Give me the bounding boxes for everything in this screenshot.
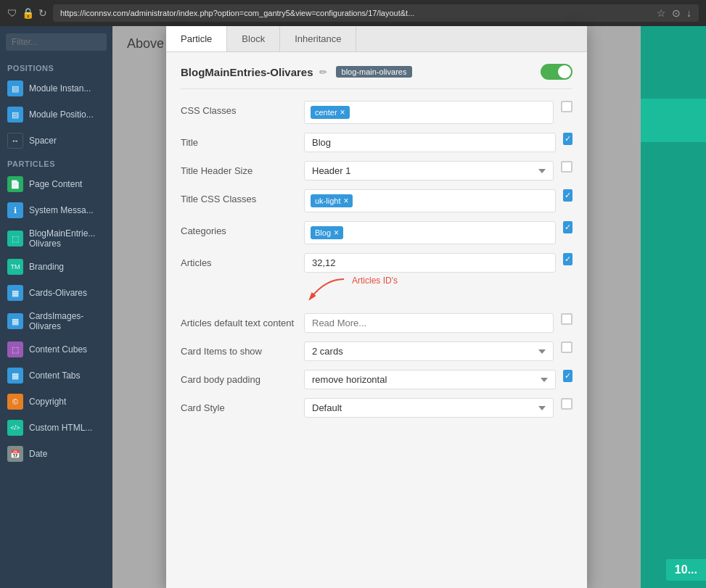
blogmain-icon: ⬚ [7,231,23,247]
card-body-padding-select[interactable]: remove horizontal remove vertical remove… [304,370,556,389]
checkbox-card-padding[interactable]: ✓ [563,370,572,382]
shield-icon: 🛡 [7,7,17,19]
field-card-body-padding: Card body padding remove horizontal remo… [181,370,572,389]
sidebar-item-label: Branding [29,262,64,272]
right-panel: 10... [641,26,706,588]
toggle-switch[interactable] [541,64,572,80]
date-icon: 📅 [7,446,23,462]
checkbox-card-items[interactable] [561,341,572,353]
sidebar-item-label: Custom HTML... [29,423,92,433]
title-input[interactable] [304,133,556,152]
checkbox-title-css[interactable]: ✓ [563,189,572,202]
tag-label: uk-light [315,196,340,205]
sidebar-search-container [0,26,112,58]
title-header-size-select[interactable]: Header 1 Header 2 Header 3 Header 4 [304,161,554,181]
sidebar-item-content-cubes[interactable]: ⬚ Content Cubes [0,336,112,363]
articles-default-text-wrap [304,313,554,333]
content-tabs-icon: ▦ [7,368,23,384]
sidebar-item-module-instance[interactable]: ▤ Module Instan... [0,75,112,102]
url-text: https://iconnsv.com/administrator/index.… [60,9,414,17]
component-slug: blog-main-olivares [336,66,413,78]
sidebar-item-label: Page Content [29,179,82,189]
checkbox-css-classes[interactable] [561,101,572,112]
sidebar-item-label: Spacer [29,136,57,146]
sidebar-item-label: Cards-Olivares [29,288,87,298]
card-style-wrap: Default Primary Secondary [304,398,554,418]
system-message-icon: ℹ [7,202,23,218]
component-header: BlogMainEntries-Olivares ✏ blog-main-oli… [181,64,572,89]
categories-tag-input[interactable]: Blog × [304,221,556,244]
sidebar-item-custom-html[interactable]: </> Custom HTML... [0,415,112,441]
module-instance-icon: ▤ [7,80,23,96]
label-css-classes: CSS Classes [181,101,297,116]
pocket-icon[interactable]: ⊙ [672,7,681,19]
tab-particle[interactable]: Particle [166,26,227,51]
checkbox-title-header[interactable] [561,161,572,173]
custom-html-icon: </> [7,420,23,436]
checkbox-card-style[interactable] [561,398,572,410]
checkbox-title[interactable]: ✓ [563,133,572,145]
sidebar-item-system-message[interactable]: ℹ System Messa... [0,197,112,223]
field-card-items-to-show: Card Items to show 2 cards 3 cards 4 car… [181,341,572,361]
checkbox-articles[interactable]: ✓ [563,253,572,265]
sidebar-item-content-tabs[interactable]: ▦ Content Tabs [0,363,112,389]
particles-section-title: Particles [0,154,112,171]
bookmark-icon[interactable]: ☆ [657,7,666,19]
articles-input[interactable] [304,253,556,273]
title-css-classes-wrap: uk-light × [304,189,556,212]
spacer-icon: ↔ [7,133,23,149]
card-items-wrap: 2 cards 3 cards 4 cards [304,341,554,361]
sidebar-item-blogmainentries[interactable]: ⬚ BlogMainEntrie... Olivares [0,223,112,254]
sidebar-item-branding[interactable]: TM Branding [0,254,112,280]
field-title-header-size: Title Header Size Header 1 Header 2 Head… [181,161,572,181]
sidebar-item-page-content[interactable]: 📄 Page Content [0,171,112,197]
css-classes-tag-input[interactable]: center × [304,101,554,124]
sidebar-item-label: Module Instan... [29,83,91,94]
label-title-css-classes: Title CSS Classes [181,189,297,204]
label-card-style: Card Style [181,398,297,413]
modal-body: BlogMainEntries-Olivares ✏ blog-main-oli… [166,52,587,588]
edit-icon[interactable]: ✏ [319,67,327,78]
download-icon[interactable]: ↓ [686,7,691,19]
modal-tabs: Particle Block Inheritance [166,26,587,52]
articles-default-text-input[interactable] [304,313,554,333]
tab-inheritance[interactable]: Inheritance [280,26,356,51]
content-cubes-icon: ⬚ [7,341,23,357]
label-card-items: Card Items to show [181,341,297,357]
field-title-css-classes: Title CSS Classes uk-light × ✓ [181,189,572,212]
arrow-annotation: Articles ID's [304,276,556,305]
cardsimages-icon: ▦ [7,313,23,329]
field-css-classes: CSS Classes center × [181,101,572,124]
tab-block[interactable]: Block [227,26,280,51]
field-card-style: Card Style Default Primary Secondary [181,398,572,418]
card-items-select[interactable]: 2 cards 3 cards 4 cards [304,341,554,361]
categories-wrap: Blog × [304,221,556,244]
browser-bar: 🛡 🔒 ↻ https://iconnsv.com/administrator/… [0,0,706,26]
sidebar-item-spacer[interactable]: ↔ Spacer [0,128,112,154]
branding-icon: TM [7,259,23,275]
card-style-select[interactable]: Default Primary Secondary [304,398,554,418]
label-categories: Categories [181,221,297,236]
sidebar-item-copyright[interactable]: © Copyright [0,389,112,415]
search-input[interactable] [6,33,107,51]
checkbox-articles-default[interactable] [561,313,572,325]
tag-remove-center[interactable]: × [340,107,345,117]
modal-overlay: Particle Block Inheritance BlogMainEntri… [112,26,641,588]
bottom-badge: 10... [666,559,706,581]
page-content-icon: 📄 [7,176,23,192]
refresh-icon[interactable]: ↻ [38,7,47,19]
sidebar-item-cardsimages[interactable]: ▦ CardsImages-Olivares [0,306,112,336]
url-bar[interactable]: https://iconnsv.com/administrator/index.… [53,4,699,22]
checkbox-categories[interactable]: ✓ [563,221,572,233]
field-articles: Articles [181,253,572,305]
sidebar-item-date[interactable]: 📅 Date [0,441,112,467]
title-css-classes-tag-input[interactable]: uk-light × [304,189,556,212]
tag-remove-uk-light[interactable]: × [343,196,348,206]
tag-remove-blog[interactable]: × [334,228,339,238]
field-categories: Categories Blog × ✓ [181,221,572,244]
arrow-icon [304,276,348,305]
copyright-icon: © [7,394,23,410]
sidebar-item-cards-olivares[interactable]: ▦ Cards-Olivares [0,280,112,306]
sidebar-item-module-position[interactable]: ▤ Module Positio... [0,102,112,128]
sidebar-item-label: Content Tabs [29,370,81,381]
